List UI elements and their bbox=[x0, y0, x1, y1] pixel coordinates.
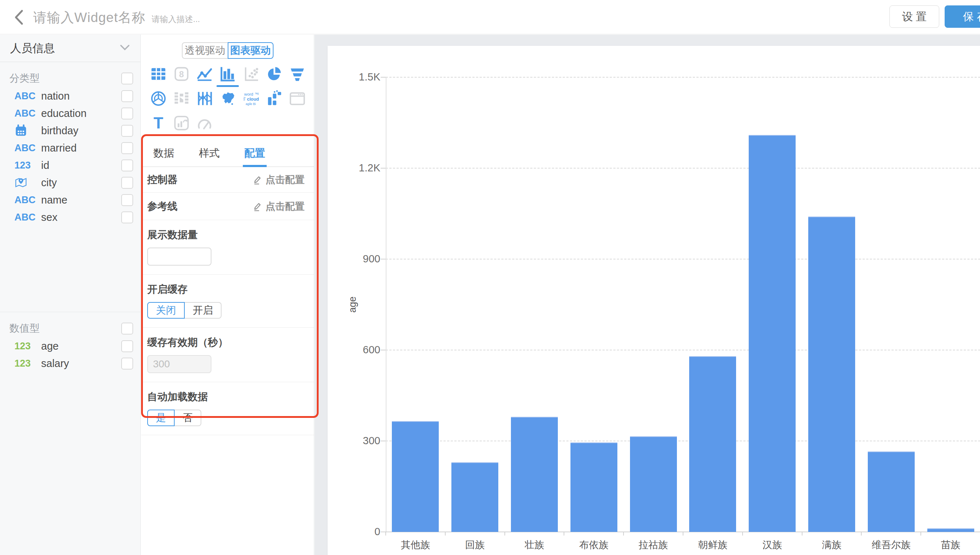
cache-label: 开启缓存 bbox=[147, 282, 304, 296]
svg-text:key: key bbox=[242, 97, 245, 101]
123-green-icon: 123 bbox=[14, 341, 41, 352]
field-item-sex[interactable]: ABCsex bbox=[0, 209, 140, 226]
gridline bbox=[386, 77, 980, 78]
field-item-city[interactable]: city bbox=[0, 174, 140, 191]
gauge-chart-icon[interactable] bbox=[193, 114, 216, 132]
number-card-icon[interactable]: 8 bbox=[170, 64, 193, 83]
field-name: sex bbox=[41, 212, 58, 223]
x-axis-label: 苗族 bbox=[911, 538, 980, 552]
bar-维吾尔族[interactable] bbox=[868, 451, 915, 532]
segment-option[interactable]: 是 bbox=[147, 409, 175, 426]
auto-load-section: 自动加载数据 是否 bbox=[141, 382, 314, 435]
back-icon[interactable] bbox=[11, 9, 28, 26]
field-item-married[interactable]: ABCmarried bbox=[0, 139, 140, 157]
segment-option[interactable]: 关闭 bbox=[147, 302, 185, 319]
radar-chart-icon[interactable] bbox=[147, 89, 170, 108]
y-axis-tick bbox=[381, 168, 386, 168]
word-cloud-icon[interactable]: wordtagcloudkeyagile Bi bbox=[240, 89, 263, 108]
field-item-nation[interactable]: ABCnation bbox=[0, 87, 140, 105]
field-checkbox[interactable] bbox=[121, 358, 133, 369]
field-checkbox[interactable] bbox=[121, 142, 133, 154]
bar-朝鲜族[interactable] bbox=[689, 356, 736, 532]
y-axis-tick-label: 1.2K bbox=[326, 162, 380, 174]
rich-text-icon[interactable] bbox=[170, 114, 193, 132]
pie-chart-icon[interactable] bbox=[263, 64, 286, 83]
field-checkbox[interactable] bbox=[121, 194, 133, 206]
x-axis-tick bbox=[861, 532, 862, 536]
field-checkbox[interactable] bbox=[121, 177, 133, 189]
x-axis-tick bbox=[623, 532, 624, 536]
sankey-chart-icon[interactable] bbox=[170, 89, 193, 108]
field-name: id bbox=[41, 159, 50, 172]
reference-line-configure-link[interactable]: 点击配置 bbox=[253, 200, 304, 213]
y-axis-tick-label: 0 bbox=[326, 526, 380, 538]
pencil-icon bbox=[253, 175, 262, 184]
bar-其他族[interactable] bbox=[392, 421, 439, 532]
iframe-icon[interactable] bbox=[286, 89, 309, 108]
field-item-name[interactable]: ABCname bbox=[0, 191, 140, 209]
funnel-chart-icon[interactable] bbox=[286, 64, 309, 83]
panel-tabs: 数据样式配置 bbox=[141, 142, 314, 167]
abc-icon: ABC bbox=[14, 91, 41, 102]
bar-回族[interactable] bbox=[452, 462, 498, 532]
field-checkbox[interactable] bbox=[121, 159, 133, 172]
chart-type-grid: 8wordtagcloudkeyagile BiT bbox=[147, 64, 309, 132]
bar-苗族[interactable] bbox=[927, 528, 974, 532]
segment-option[interactable]: 否 bbox=[175, 409, 201, 426]
section-checkbox[interactable] bbox=[121, 72, 133, 85]
tab-数据[interactable]: 数据 bbox=[152, 142, 176, 166]
waterfall-chart-icon[interactable] bbox=[263, 89, 286, 108]
line-chart-icon[interactable] bbox=[193, 64, 216, 83]
mode-option[interactable]: 透视驱动 bbox=[182, 42, 228, 59]
scatter-chart-icon[interactable] bbox=[240, 64, 263, 83]
bar-满族[interactable] bbox=[808, 217, 855, 532]
bar-拉祜族[interactable] bbox=[630, 436, 677, 532]
y-axis-tick bbox=[381, 259, 386, 260]
parallel-chart-icon[interactable] bbox=[193, 89, 216, 108]
field-checkbox[interactable] bbox=[121, 90, 133, 102]
field-item-birthday[interactable]: birthday bbox=[0, 122, 140, 139]
controller-configure-link[interactable]: 点击配置 bbox=[253, 173, 304, 186]
mode-option[interactable]: 图表驱动 bbox=[228, 42, 274, 59]
bar-chart-icon[interactable] bbox=[216, 64, 239, 83]
tab-配置[interactable]: 配置 bbox=[243, 142, 267, 167]
dataset-selector[interactable]: 人员信息 bbox=[0, 35, 140, 62]
save-button[interactable]: 保 存 bbox=[945, 5, 980, 28]
x-axis-tick bbox=[742, 532, 743, 536]
field-checkbox[interactable] bbox=[121, 125, 133, 137]
y-axis-tick-label: 1.5K bbox=[326, 71, 380, 83]
field-section-label: 分类型 bbox=[10, 71, 40, 85]
section-checkbox[interactable] bbox=[121, 322, 133, 335]
bar-布依族[interactable] bbox=[570, 443, 617, 532]
display-limit-input[interactable] bbox=[147, 247, 211, 266]
abc-icon: ABC bbox=[14, 108, 41, 119]
field-checkbox[interactable] bbox=[121, 340, 133, 352]
field-item-salary[interactable]: 123salary bbox=[0, 355, 140, 372]
bar-壮族[interactable] bbox=[511, 417, 558, 532]
settings-button[interactable]: 设 置 bbox=[889, 5, 939, 28]
abc-icon: ABC bbox=[14, 212, 41, 223]
widget-name-input[interactable]: 请输入Widget名称 bbox=[33, 9, 146, 27]
field-item-education[interactable]: ABCeducation bbox=[0, 105, 140, 122]
abc-icon: ABC bbox=[14, 143, 41, 154]
field-checkbox[interactable] bbox=[121, 212, 133, 223]
x-axis-tick bbox=[683, 532, 684, 536]
bar-汉族[interactable] bbox=[749, 135, 796, 532]
svg-text:T: T bbox=[154, 115, 163, 132]
cache-ttl-input[interactable] bbox=[147, 355, 211, 373]
table-chart-icon[interactable] bbox=[147, 64, 170, 83]
field-item-age[interactable]: 123age bbox=[0, 337, 140, 355]
segment-option[interactable]: 开启 bbox=[185, 302, 221, 319]
tab-样式[interactable]: 样式 bbox=[197, 142, 221, 166]
field-name: age bbox=[41, 340, 58, 352]
text-widget-icon[interactable]: T bbox=[147, 114, 170, 132]
pencil-icon bbox=[253, 202, 262, 211]
x-axis-tick bbox=[504, 532, 505, 536]
field-checkbox[interactable] bbox=[121, 107, 133, 119]
china-map-icon[interactable] bbox=[216, 89, 239, 108]
field-section-label: 数值型 bbox=[10, 321, 40, 335]
field-item-id[interactable]: 123id bbox=[0, 157, 140, 174]
widget-description-input[interactable]: 请输入描述... bbox=[152, 14, 200, 25]
auto-load-label: 自动加载数据 bbox=[147, 390, 304, 404]
field-name: education bbox=[41, 107, 86, 119]
